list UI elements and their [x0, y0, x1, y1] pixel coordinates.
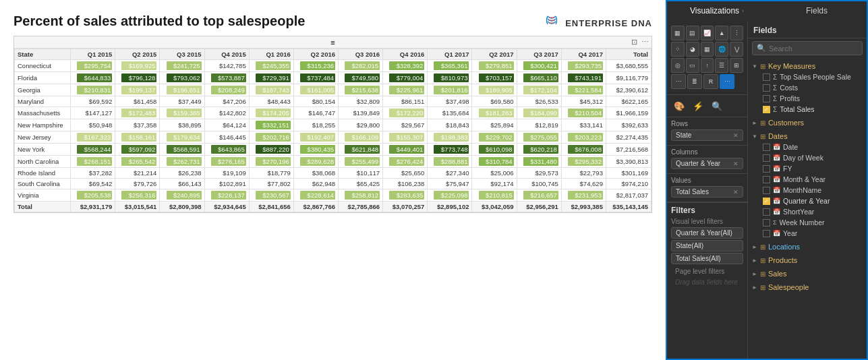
table-cell: $749,580 — [338, 72, 382, 84]
values-value: Total Sales — [676, 188, 709, 196]
tool-paint[interactable]: 🎨 — [671, 98, 687, 114]
group-locations-header[interactable]: ► ⊞ Locations — [748, 241, 867, 252]
columns-remove[interactable]: ✕ — [733, 160, 739, 167]
filter-total-sales[interactable]: Total Sales(All) — [671, 253, 743, 264]
table-cell: $142,802 — [204, 107, 249, 119]
viz-scatter[interactable]: ⁘ — [671, 42, 685, 57]
table-cell: $974,210 — [606, 179, 651, 189]
search-box[interactable]: 🔍 — [752, 41, 863, 55]
table-cell: $12,819 — [517, 119, 561, 131]
checkbox-shortyear[interactable] — [763, 208, 770, 216]
rows-remove[interactable]: ✕ — [733, 132, 739, 139]
table-cell: $92,174 — [472, 179, 517, 189]
checkbox-week-number[interactable] — [763, 219, 770, 227]
field-year[interactable]: 📅 Year — [748, 228, 867, 239]
group-salespeople-header[interactable]: ► ⊞ Salespeople — [748, 282, 867, 293]
table-cell: $75,947 — [428, 179, 472, 189]
rows-pill[interactable]: State ✕ — [671, 129, 743, 141]
columns-pill[interactable]: Quarter & Year ✕ — [671, 158, 743, 169]
field-total-profits[interactable]: Σ Profits — [748, 93, 867, 104]
group-sales: ► ⊞ Sales — [748, 267, 867, 280]
viz-pie[interactable]: ◕ — [686, 42, 699, 57]
table-cell: $620,218 — [517, 144, 561, 156]
checkbox-total-profits[interactable] — [763, 95, 770, 102]
filter-quarter-year[interactable]: Quarter & Year(All) — [671, 227, 743, 239]
field-total-costs[interactable]: Σ Costs — [748, 82, 867, 93]
checkbox-date[interactable] — [763, 144, 770, 151]
field-quarter-year[interactable]: ✓ 📅 Quarter & Year — [748, 196, 867, 206]
table-cell: $295,754 — [71, 60, 115, 72]
table-cell: $146,445 — [204, 131, 249, 144]
table-cell: $199,137 — [115, 84, 160, 96]
viz-slicer[interactable]: ☰ — [715, 58, 728, 73]
checkbox-monthname[interactable] — [763, 187, 770, 194]
group-key-measures-header[interactable]: ▼ ⊞ Key Measures — [748, 61, 867, 71]
search-input[interactable] — [769, 44, 858, 53]
table-cell: $184,090 — [517, 107, 561, 119]
checkbox-top-sales-people[interactable] — [763, 73, 770, 81]
checkbox-total-sales[interactable]: ✓ — [763, 106, 770, 113]
checkbox-month-year[interactable] — [763, 176, 770, 183]
col-header-q3-2015: Q3 2015 — [160, 49, 204, 60]
viz-card[interactable]: ▭ — [686, 58, 699, 73]
group-products-header[interactable]: ► ⊞ Products — [748, 255, 867, 266]
viz-bar[interactable]: ▤ — [686, 26, 699, 40]
viz-area[interactable]: ▲ — [715, 26, 728, 40]
viz-map[interactable]: 🌐 — [715, 42, 728, 57]
checkbox-fy[interactable] — [763, 165, 770, 173]
filter-state[interactable]: State(All) — [671, 240, 743, 251]
viz-stacked-bar[interactable]: ▦ — [671, 26, 685, 40]
table-cell: $241,725 — [160, 60, 204, 72]
field-top-sales-people[interactable]: Σ Top Sales People Sale — [748, 71, 867, 82]
values-remove[interactable]: ✕ — [733, 189, 739, 196]
checkbox-quarter-year[interactable]: ✓ — [763, 198, 770, 205]
tool-analytics[interactable]: 🔍 — [709, 98, 725, 114]
field-shortyear[interactable]: 📅 ShortYear — [748, 206, 867, 217]
viz-matrix[interactable]: ⋯ — [671, 74, 686, 89]
viz-funnel[interactable]: ⋁ — [730, 42, 743, 57]
table-cell: $18,843 — [428, 119, 472, 131]
viz-table[interactable]: ⊞ — [730, 58, 743, 73]
group-customers-header[interactable]: ► ⊞ Customers — [748, 117, 867, 128]
search-icon: 🔍 — [757, 44, 766, 53]
tool-filter[interactable]: ⚡ — [690, 98, 706, 114]
table-cell: $230,567 — [249, 189, 293, 202]
field-month-year[interactable]: 📅 Month & Year — [748, 174, 867, 185]
values-pill[interactable]: Total Sales ✕ — [671, 186, 743, 198]
viz-kpi[interactable]: ↑ — [701, 58, 714, 73]
viz-ribbon[interactable]: ⋮ — [730, 26, 743, 40]
viz-gauge[interactable]: ◎ — [671, 58, 685, 73]
viz-line[interactable]: 📈 — [701, 26, 714, 40]
toolbar-more[interactable]: ⊡ ⋯ — [631, 38, 649, 47]
table-cell: New York — [15, 144, 71, 156]
table-cell: Rhode Island — [15, 168, 71, 179]
checkbox-total-costs[interactable] — [763, 84, 770, 92]
tab-visualizations[interactable]: Visualizations › — [667, 1, 767, 22]
field-total-sales[interactable]: ✓ Σ Total Sales — [748, 104, 867, 115]
checkbox-day-of-week[interactable] — [763, 154, 770, 162]
field-week-number[interactable]: Σ Week Number — [748, 217, 867, 228]
viz-treemap[interactable]: ▦ — [701, 42, 714, 57]
resize-icon[interactable]: ⊡ — [631, 38, 637, 47]
checkbox-year[interactable] — [763, 230, 770, 237]
locations-label: Locations — [768, 243, 800, 251]
viz-waterfall[interactable]: ≣ — [687, 74, 702, 89]
viz-r-script[interactable]: R — [703, 74, 718, 89]
table-cell: $50,948 — [71, 119, 115, 131]
field-date[interactable]: 📅 Date — [748, 142, 867, 152]
group-dates-header[interactable]: ▼ ⊞ Dates — [748, 131, 867, 142]
field-fy[interactable]: 📅 FY — [748, 163, 867, 174]
table-cell: $37,498 — [428, 96, 472, 107]
viz-more-options[interactable]: ⋯ — [720, 74, 734, 89]
more-icon[interactable]: ⋯ — [641, 38, 649, 47]
group-key-measures: ▼ ⊞ Key Measures Σ Top Sales People Sale… — [748, 59, 867, 116]
group-sales-header[interactable]: ► ⊞ Sales — [748, 268, 867, 279]
tab-fields[interactable]: Fields — [767, 1, 867, 22]
table-cell: $203,223 — [561, 131, 606, 144]
field-name-year: Year — [783, 229, 797, 237]
field-monthname[interactable]: 📅 MonthName — [748, 185, 867, 196]
field-day-of-week[interactable]: 📅 Day of Week — [748, 152, 867, 163]
table-cell: $66,143 — [160, 179, 204, 189]
expand-icon[interactable]: ≡ — [330, 38, 335, 47]
table-cell: Georgia — [15, 84, 71, 96]
